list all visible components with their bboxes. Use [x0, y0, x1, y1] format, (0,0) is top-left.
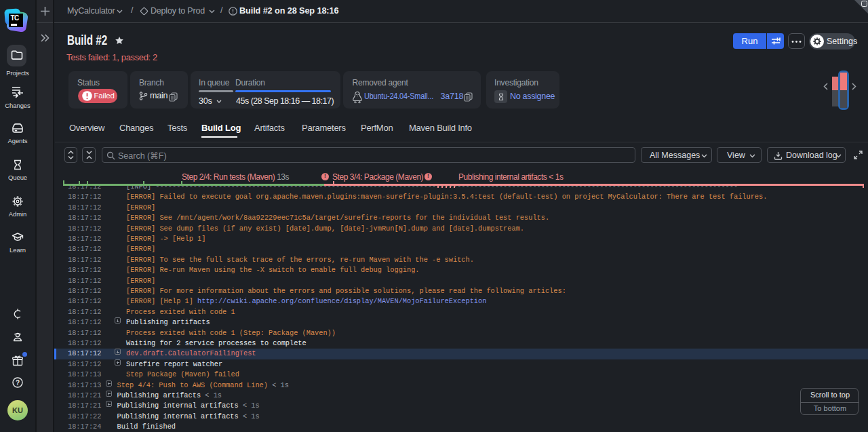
- svg-text:?: ?: [16, 379, 20, 387]
